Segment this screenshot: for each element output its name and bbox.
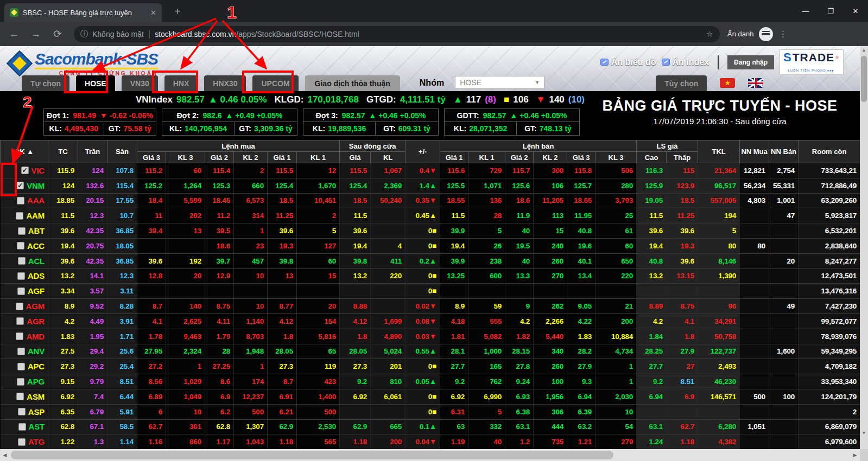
col-cao[interactable]: Cao (637, 152, 667, 163)
login-button[interactable]: Đăng nhập (727, 55, 774, 69)
row-checkbox[interactable] (16, 212, 23, 220)
col-san[interactable]: Sàn (107, 140, 137, 163)
row-checkbox[interactable]: ✓ (16, 182, 24, 189)
col-nn-mua[interactable]: NN Mua (740, 140, 769, 163)
ticker-label[interactable]: AST (29, 422, 45, 431)
col-tkl[interactable]: TKL (698, 140, 740, 163)
col-b-gia1[interactable]: Giá 1 (268, 152, 297, 163)
row-checkbox[interactable] (17, 348, 25, 355)
window-minimize-button[interactable]: — (793, 0, 818, 22)
tab-hnx30[interactable]: HNX30 (204, 75, 246, 91)
cell-b-gia1: 8.7 (268, 374, 297, 389)
row-checkbox[interactable] (17, 363, 25, 370)
new-tab-button[interactable]: + (171, 5, 184, 18)
ticker-label[interactable]: ASP (28, 407, 45, 417)
col-close-gia[interactable]: Giá (340, 152, 371, 163)
forward-icon[interactable]: → (25, 28, 47, 40)
scroll-right-icon[interactable]: ▶ (850, 449, 860, 461)
ticker-label[interactable]: ADS (28, 271, 45, 280)
col-b-kl2[interactable]: KL 2 (234, 152, 268, 163)
row-checkbox[interactable] (18, 227, 26, 235)
tab-vn30[interactable]: VN30 (122, 75, 158, 91)
tab-hnx[interactable]: HNX (164, 75, 198, 91)
row-checkbox[interactable] (18, 408, 26, 415)
tab-hose[interactable]: HOSE (76, 75, 115, 91)
ticker-label[interactable]: APC (28, 362, 45, 371)
info-icon[interactable]: ⓘ (80, 29, 88, 39)
row-checkbox[interactable] (16, 393, 24, 400)
ticker-label[interactable]: ANV (28, 347, 45, 356)
row-checkbox[interactable]: ✓ (21, 167, 29, 174)
col-b-gia2[interactable]: Giá 2 (205, 152, 234, 163)
ticker-label[interactable]: AAA (27, 196, 45, 205)
col-b-gia3[interactable]: Giá 3 (137, 152, 166, 163)
row-checkbox[interactable] (17, 242, 24, 249)
ticker-label[interactable]: VIC (31, 166, 45, 175)
cell-s-kl2: 262 (534, 299, 567, 314)
row-checkbox[interactable] (18, 423, 26, 431)
tab-giao-dich-thoa-thuan[interactable]: Giao dịch thỏa thuận (305, 75, 400, 91)
ticker-label[interactable]: APG (27, 377, 45, 386)
scroll-left-icon[interactable]: ◀ (0, 449, 10, 461)
vertical-scroll-thumb[interactable] (861, 56, 867, 102)
col-close-kl[interactable]: KL (371, 152, 406, 163)
hide-index-toggle[interactable]: Ẩn Index (662, 57, 709, 67)
ticker-label[interactable]: AAM (26, 211, 45, 220)
ticker-label[interactable]: ATG (28, 437, 45, 446)
col-tran[interactable]: Trần (78, 140, 107, 163)
row-checkbox[interactable] (17, 287, 25, 295)
tab-upcom[interactable]: UPCOM (252, 75, 298, 91)
col-s-gia2[interactable]: Giá 2 (505, 152, 534, 163)
col-room[interactable]: Room còn (799, 140, 860, 163)
col-s-gia3[interactable]: Giá 3 (567, 152, 595, 163)
row-checkbox[interactable] (18, 257, 26, 265)
ticker-label[interactable]: ABT (28, 226, 45, 235)
col-tc[interactable]: TC (48, 140, 78, 163)
vietnam-flag-icon[interactable]: ★ (720, 78, 735, 88)
col-ck[interactable]: CK ▲ (1, 140, 48, 163)
col-s-kl3[interactable]: KL 3 (595, 152, 637, 163)
col-b-kl3[interactable]: KL 3 (166, 152, 205, 163)
horizontal-scroll-thumb[interactable] (11, 451, 613, 459)
ticker-label[interactable]: AMD (26, 332, 45, 341)
col-b-kl1[interactable]: KL 1 (297, 152, 340, 163)
tab-tu-chon[interactable]: Tự chọn (22, 75, 69, 91)
url-bar[interactable]: ⓘ Không bảo mật | stockboard.sbsc.com.vn… (74, 26, 720, 42)
bookmark-star-icon[interactable]: ☆ (706, 29, 713, 39)
ticker-label[interactable]: AGR (27, 317, 45, 326)
tab-close-icon[interactable]: ✕ (150, 9, 156, 17)
window-close-button[interactable]: ✕ (843, 0, 868, 22)
browser-menu-icon[interactable]: ⋮ (778, 29, 788, 39)
ticker-label[interactable]: ASM (27, 392, 45, 401)
horizontal-scrollbar[interactable]: ◀ ▶ (0, 449, 860, 461)
col-s-gia1[interactable]: Giá 1 (440, 152, 468, 163)
row-checkbox[interactable] (17, 197, 24, 204)
col-thap[interactable]: Thấp (667, 152, 698, 163)
row-checkbox[interactable] (16, 332, 23, 340)
browser-tab[interactable]: SBSC - HOSE Bảng giá trực tuyến ✕ (4, 3, 162, 22)
hide-chart-toggle[interactable]: Ẩn biểu đồ (600, 57, 656, 67)
ticker-label[interactable]: AGF (28, 286, 45, 296)
back-icon[interactable]: ← (3, 28, 25, 40)
group-dropdown[interactable]: HOSE▼ (455, 76, 544, 89)
scroll-up-icon[interactable]: ▲ (860, 46, 868, 54)
vertical-scrollbar[interactable]: ▲ ▼ (860, 46, 868, 449)
options-button[interactable]: Tùy chọn (656, 75, 707, 91)
ticker-label[interactable]: ACL (28, 257, 45, 266)
scroll-down-icon[interactable]: ▼ (860, 429, 868, 437)
english-flag-icon[interactable] (748, 78, 763, 88)
row-checkbox[interactable] (16, 317, 24, 325)
ticker-label[interactable]: AGM (26, 302, 45, 311)
col-nn-ban[interactable]: NN Bán (769, 140, 799, 163)
window-maximize-button[interactable]: ❐ (818, 0, 843, 22)
row-checkbox[interactable] (18, 438, 26, 446)
ticker-label[interactable]: ACC (27, 241, 45, 251)
ticker-label[interactable]: VNM (27, 181, 45, 190)
row-checkbox[interactable] (17, 378, 24, 386)
col-chg[interactable]: +/- (406, 140, 440, 163)
col-s-kl1[interactable]: KL 1 (468, 152, 505, 163)
col-s-kl2[interactable]: KL 2 (534, 152, 567, 163)
row-checkbox[interactable] (16, 303, 23, 310)
reload-icon[interactable]: ⟳ (47, 28, 68, 40)
row-checkbox[interactable] (17, 272, 25, 280)
